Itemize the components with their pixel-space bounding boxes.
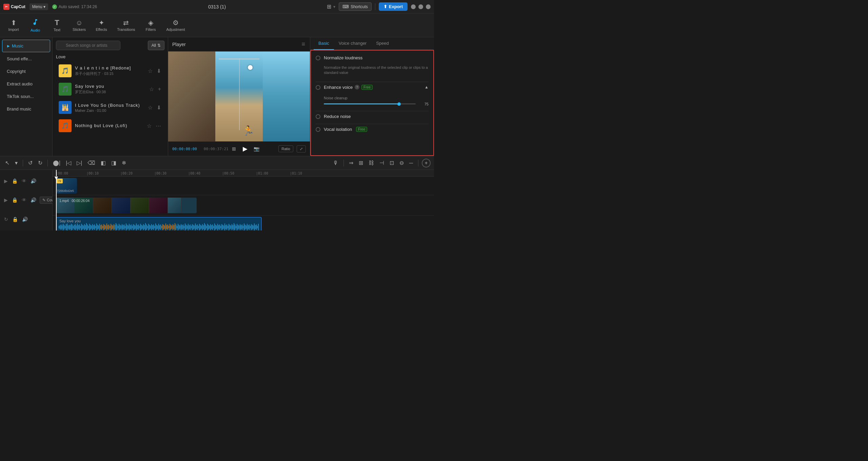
delete-button[interactable]: ⌫ (86, 159, 97, 167)
undo-button[interactable]: ↺ (26, 159, 34, 167)
table-row[interactable]: Say love you (function() { var heights =… (56, 217, 262, 230)
track-eye-button[interactable]: 👁 (21, 178, 27, 184)
ratio-button[interactable]: Ratio (278, 145, 293, 152)
sidebar-item-extract-audio[interactable]: Extract audio (2, 78, 50, 90)
minimize-button[interactable]: — (411, 4, 416, 9)
grid-view-icon[interactable]: ⊞ (232, 146, 237, 152)
player-figure: 🏃 (242, 125, 254, 136)
tab-basic[interactable]: Basic (314, 37, 334, 50)
search-input[interactable] (56, 41, 120, 50)
enhance-voice-checkbox[interactable] (316, 85, 320, 90)
sidebar-item-tiktok-sounds[interactable]: TikTok soun... (2, 91, 50, 102)
select-dropdown-button[interactable]: ▾ (13, 159, 19, 167)
normalize-checkbox[interactable] (316, 56, 320, 60)
align-right-button[interactable]: ◨ (110, 159, 118, 167)
sidebar-item-sound-effects[interactable]: Sound effe... (2, 53, 50, 65)
tab-speed[interactable]: Speed (371, 37, 394, 50)
noise-cleanup-thumb[interactable] (397, 102, 401, 106)
select-tool-button[interactable]: ↖ (3, 159, 11, 167)
table-row[interactable]: 72 72664b42e5 (56, 178, 77, 194)
screenshot-button[interactable]: 📷 (253, 145, 260, 152)
list-item[interactable]: 🎵 Nothing but Love (Lofi) ☆ ⋯ (56, 117, 164, 135)
chain-button[interactable]: ⛓ (367, 159, 376, 167)
shortcuts-button[interactable]: ⌨ Shortcuts (339, 2, 372, 11)
link-button[interactable]: ⇒ (347, 159, 355, 167)
list-item[interactable]: 🎵 Say love you 罗艺欣Elsa · 00:38 ☆ + (56, 80, 164, 98)
track-lock-button[interactable]: 🔒 (11, 178, 18, 184)
favorite-button[interactable]: ☆ (149, 85, 155, 93)
export-button[interactable]: ⬆ Export (379, 2, 408, 11)
maximize-button[interactable]: □ (418, 4, 423, 9)
list-item[interactable]: 🎵 V a l e n t i n e [Redone] 亲子小姐拜托了 · 0… (56, 62, 164, 80)
tool-stickers[interactable]: ☺ Stickers (68, 17, 90, 34)
zoom-out-button[interactable]: ⊖ (398, 159, 406, 167)
track-volume-button[interactable]: 🔊 (30, 178, 37, 184)
track-volume-button-2[interactable]: 🔊 (30, 197, 37, 203)
tool-filters[interactable]: ◈ Filters (141, 17, 161, 34)
toolbar-divider (343, 160, 344, 166)
favorite-button[interactable]: ☆ (147, 67, 153, 75)
split-button[interactable]: ⬤| (51, 159, 62, 167)
play-button[interactable]: ▶ (241, 144, 250, 153)
track-lock-button-3[interactable]: 🔒 (12, 216, 19, 223)
trim-left-button[interactable]: |◁ (64, 159, 73, 167)
track-loop-button[interactable]: ↻ (3, 216, 9, 223)
song-thumbnail: 🎵 (59, 83, 72, 96)
song-title: Nothing but Love (Lofi) (75, 123, 143, 128)
trim-right-button[interactable]: ▷| (75, 159, 84, 167)
align-left-button[interactable]: ◧ (99, 159, 107, 167)
track-volume-button-3[interactable]: 🔊 (21, 216, 28, 223)
zoom-in-button[interactable]: ─ (408, 159, 415, 167)
ruler-mark: |00:00 (56, 172, 68, 175)
favorite-button[interactable]: ☆ (147, 104, 153, 112)
player-menu-button[interactable]: ≡ (301, 40, 306, 48)
more-button[interactable]: ⋯ (155, 122, 162, 130)
effects-label: Effects (96, 27, 107, 32)
player-video: 🏃 (168, 52, 310, 141)
align-center-button[interactable]: ⊣ (378, 159, 386, 167)
enhance-voice-chevron-icon[interactable]: ▲ (425, 85, 429, 89)
table-row[interactable]: 1.mp4 00:00:26:04 (56, 198, 197, 213)
track-lock-button-2[interactable]: 🔒 (11, 197, 18, 203)
noise-cleanup-section: Noise cleanup 75 (316, 96, 429, 106)
favorite-button[interactable]: ☆ (146, 122, 152, 130)
vocal-isolation-checkbox[interactable] (316, 127, 320, 132)
enhance-voice-info-icon[interactable]: ? (355, 85, 359, 89)
shortcuts-label: Shortcuts (351, 4, 368, 9)
reduce-noise-checkbox[interactable] (316, 114, 320, 119)
tool-adjustment[interactable]: ⚙ Adjustment (162, 17, 189, 34)
normalize-loudness-label: Normalize loudness (324, 55, 362, 60)
add-button[interactable]: + (157, 85, 162, 93)
clip-filename: 1.mp4 (59, 199, 69, 203)
import-label: Import (8, 27, 19, 32)
tool-effects[interactable]: ✦ Effects (91, 17, 112, 34)
all-filter-button[interactable]: All ⇅ (148, 41, 164, 50)
download-button[interactable]: ⬇ (156, 104, 162, 112)
fullscreen-button[interactable]: ⤢ (297, 145, 306, 153)
tool-audio[interactable]: Audio (25, 16, 45, 34)
freeze-button[interactable]: ❄ (120, 159, 128, 167)
grid-button[interactable]: ⊞ (357, 159, 365, 167)
redo-button[interactable]: ↻ (36, 159, 44, 167)
sidebar-item-music[interactable]: ▶ Music (2, 40, 50, 52)
track-video-icon[interactable]: ▶ (3, 178, 8, 184)
close-button[interactable]: ✕ (426, 4, 431, 9)
tool-import[interactable]: ⬆ Import (3, 17, 24, 34)
sidebar-item-brand-music[interactable]: Brand music (2, 103, 50, 115)
list-item[interactable]: 🕌 I Love You So (Bonus Track) Maher Zain… (56, 99, 164, 116)
tool-text[interactable]: T Text (47, 17, 67, 34)
add-track-button[interactable]: + (422, 159, 431, 167)
audio-clip-label: Say love you (59, 219, 81, 223)
mic-button[interactable]: 🎙 (331, 159, 340, 167)
ruler-mark: |00:10 (86, 172, 99, 175)
tab-voice-changer[interactable]: Voice changer (334, 37, 371, 50)
track-video-icon-2[interactable]: ▶ (3, 197, 8, 203)
tool-transitions[interactable]: ⇄ Transitions (113, 17, 139, 34)
track-eye-button-2[interactable]: 👁 (21, 197, 27, 203)
download-button[interactable]: ⬇ (156, 67, 162, 75)
sidebar-item-copyright[interactable]: Copyright (2, 65, 50, 77)
strip-segment (149, 198, 168, 213)
subtitle-button[interactable]: ⊡ (388, 159, 396, 167)
layout-icon[interactable]: ⊞ (327, 3, 331, 10)
menu-button[interactable]: Menu ▾ (29, 3, 48, 10)
